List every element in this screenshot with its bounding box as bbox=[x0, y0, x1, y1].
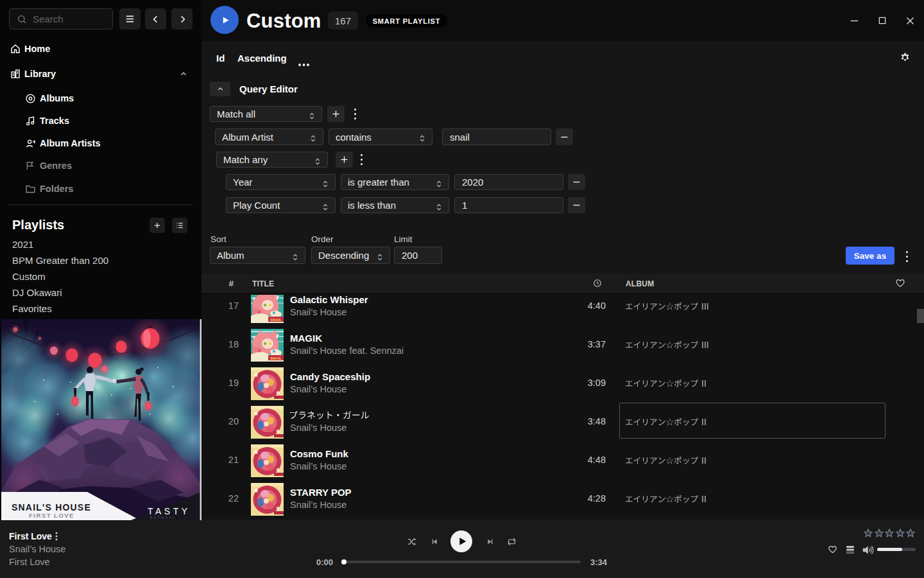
svg-text:TASTY: TASTY bbox=[148, 506, 191, 516]
svg-text:BSTMAXI: BSTMAXI bbox=[150, 516, 175, 520]
svg-text:SNAIL: SNAIL bbox=[270, 356, 282, 360]
svg-text:SNAIL: SNAIL bbox=[270, 317, 282, 321]
svg-text:SNAIL'S HOUSE: SNAIL'S HOUSE bbox=[12, 502, 91, 512]
svg-text:FIRST LOVE: FIRST LOVE bbox=[29, 512, 74, 519]
